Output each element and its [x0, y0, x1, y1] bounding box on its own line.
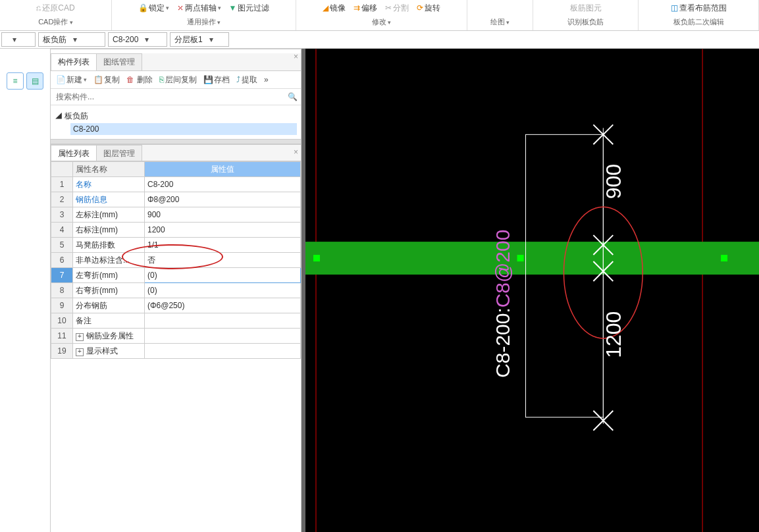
view-rebar-range-button[interactable]: ◫查看布筋范围 [668, 1, 729, 15]
side-panels: 构件列表 图纸管理 × 新建 复制 删除 ⎘层间复制 存档 ⤴提取 » ◢ 板负… [51, 49, 301, 532]
ribbon-group-modify[interactable]: 修改 [372, 16, 392, 28]
chevron-down-icon: ▾ [70, 35, 80, 44]
rotate-button[interactable]: ⟳旋转 [414, 1, 443, 15]
ribbon-group-recognize: 识别板负筋 [567, 16, 604, 28]
drawing-canvas[interactable]: 900 1200 C8-200:C8@200 [305, 49, 759, 532]
chevron-down-icon: ▾ [207, 35, 216, 44]
close-icon[interactable]: × [294, 147, 298, 157]
slab-rebar-elem-button[interactable]: 板筋图元 [567, 1, 604, 15]
ribbon-group-draw[interactable]: 绘图 [490, 16, 510, 28]
list-icon: ≡ [13, 76, 17, 86]
archive-button[interactable]: 存档 [201, 72, 232, 87]
property-row[interactable]: 19+显示样式 [51, 344, 301, 359]
restore-cad-button[interactable]: ⎌还原CAD [34, 1, 77, 15]
component-toolbar: 新建 复制 删除 ⎘层间复制 存档 ⤴提取 » [51, 71, 301, 89]
property-row[interactable]: 8右弯折(mm)(0) [51, 283, 301, 298]
svg-rect-6 [721, 255, 727, 261]
combo-1[interactable]: ▾ [1, 32, 36, 47]
ribbon-group-common[interactable]: 通用操作 [187, 16, 221, 28]
property-row[interactable]: 9分布钢筋(Φ6@250) [51, 298, 301, 313]
search-icon[interactable] [288, 92, 297, 101]
property-row[interactable]: 1名称C8-200 [51, 177, 301, 192]
extract-button[interactable]: ⤴提取 [234, 72, 260, 87]
chevron-down-icon: ▾ [142, 35, 151, 44]
dim-bottom-text: 1200 [602, 311, 625, 358]
selector-row: ▾ 板负筋▾ C8-200▾ 分层板1▾ [0, 31, 759, 49]
panel-view-button[interactable]: ▤ [26, 72, 43, 90]
svg-rect-4 [313, 255, 320, 261]
property-row[interactable]: 4右标注(mm)1200 [51, 223, 301, 238]
save-icon [203, 75, 213, 84]
more-button[interactable]: » [261, 72, 271, 87]
combo-component[interactable]: C8-200▾ [108, 32, 167, 47]
annotation-ellipse [122, 244, 223, 269]
delete-icon [126, 75, 136, 84]
chevron-down-icon: ▾ [10, 35, 19, 44]
search-box[interactable] [51, 89, 301, 105]
combo-category[interactable]: 板负筋▾ [38, 32, 105, 47]
copy-button[interactable]: 复制 [91, 72, 122, 87]
rebar-label-prefix: C8-200: [492, 307, 513, 378]
close-icon[interactable]: × [294, 52, 298, 61]
property-row[interactable]: 3左标注(mm)900 [51, 207, 301, 223]
search-input[interactable] [55, 92, 288, 102]
new-button[interactable]: 新建 [53, 72, 90, 87]
split-button[interactable]: ✂分割 [382, 1, 411, 15]
svg-text:C8-200:C8@200: C8-200:C8@200 [492, 230, 513, 378]
panel-icon: ▤ [32, 76, 39, 86]
col-value: 属性值 [145, 162, 301, 177]
ribbon: ⎌还原CAD CAD操作 锁定 ⤫两点辅轴 ▼图元过滤 通用操作 ◢镜像 ⇉偏移… [0, 0, 759, 31]
two-point-axis-button[interactable]: ⤫两点辅轴 [174, 1, 224, 15]
svg-rect-7 [526, 134, 604, 417]
tab-layer-mgmt[interactable]: 图层管理 [96, 145, 142, 161]
lock-button[interactable]: 锁定 [136, 1, 172, 15]
tab-property-list[interactable]: 属性列表 [51, 145, 97, 161]
mirror-button[interactable]: ◢镜像 [320, 1, 348, 15]
svg-rect-3 [305, 242, 759, 275]
filter-button[interactable]: ▼图元过滤 [226, 1, 273, 15]
layer-copy-button[interactable]: ⎘层间复制 [157, 72, 199, 87]
dim-top-text: 900 [602, 164, 625, 199]
splitter-h[interactable] [51, 139, 301, 144]
property-row[interactable]: 11+钢筋业务属性 [51, 329, 301, 344]
copy-icon [93, 75, 103, 84]
col-name: 属性名称 [73, 162, 145, 177]
list-view-button[interactable]: ≡ [7, 72, 24, 90]
tab-component-list[interactable]: 构件列表 [51, 53, 97, 70]
ribbon-group-secondary-edit: 板负筋二次编辑 [673, 16, 724, 28]
new-icon [56, 75, 65, 84]
left-rail: ≡ ▤ [0, 49, 51, 532]
svg-rect-5 [517, 255, 524, 261]
lock-icon [138, 3, 147, 13]
tab-drawing-mgmt[interactable]: 图纸管理 [96, 53, 142, 70]
property-row[interactable]: 2钢筋信息Φ8@200 [51, 192, 301, 207]
tree-root[interactable]: ◢ 板负筋 [55, 109, 297, 123]
ribbon-group-cad[interactable]: CAD操作 [38, 16, 73, 28]
property-grid[interactable]: 属性名称 属性值 1名称C8-2002钢筋信息Φ8@2003左标注(mm)900… [51, 161, 301, 532]
rebar-label-spec: C8@200 [492, 230, 513, 308]
offset-button[interactable]: ⇉偏移 [351, 1, 380, 15]
tree-item-c8-200[interactable]: C8-200 [70, 123, 297, 135]
component-tree: ◢ 板负筋 C8-200 [51, 105, 301, 139]
delete-button[interactable]: 删除 [124, 72, 155, 87]
property-row[interactable]: 10备注 [51, 313, 301, 329]
combo-layer[interactable]: 分层板1▾ [170, 32, 229, 47]
property-row[interactable]: 7左弯折(mm)(0) [51, 268, 301, 283]
